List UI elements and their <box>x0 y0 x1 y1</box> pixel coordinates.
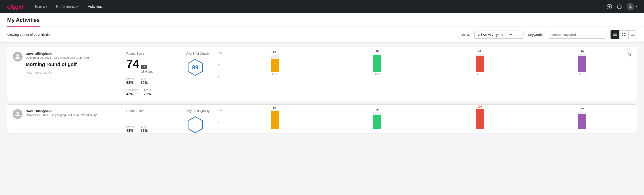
bar-value-app: 90 <box>376 50 379 53</box>
performance-label: Performance <box>56 5 77 9</box>
keywords-label: Keywords: <box>528 33 544 36</box>
svg-rect-4 <box>613 34 617 34</box>
bar-group-ott-2: 94 <box>226 106 324 129</box>
user-menu-chevron-icon: ▾ <box>636 5 637 8</box>
round-score-label: Round Score <box>126 52 176 55</box>
mini-stats-2: Up/Down 43% 1 Putt 28% <box>126 88 176 96</box>
activity-card-2: Dave Billingham October 16, 2021 - Gog M… <box>7 104 637 134</box>
list-view-button[interactable] <box>610 30 619 39</box>
quality-score: 89 <box>192 64 198 71</box>
nav-performance[interactable]: Performance ▾ <box>55 5 80 9</box>
bar-group-arg: 89 <box>431 50 529 72</box>
round-score-row: 74 +4 18 Holes <box>126 58 176 74</box>
bar-fill-ott-2 <box>271 111 279 129</box>
round-score-row-2 <box>126 116 176 121</box>
bar-fill-putt <box>578 56 586 72</box>
add-button[interactable] <box>606 4 612 10</box>
user-info-2: Dave Billingham October 16, 2021 - Gog M… <box>26 109 115 117</box>
activity-type-chevron-icon: ▾ <box>510 32 512 36</box>
edit-button[interactable] <box>626 51 633 58</box>
viewing-text: Viewing 12 out of 29 Activities <box>7 33 51 36</box>
user-info: Dave Billingham December 05, 2021 - Gog … <box>26 52 115 75</box>
card-divider-2 <box>181 52 181 96</box>
nav-activities[interactable]: Activities <box>87 5 103 9</box>
svg-rect-5 <box>613 35 617 36</box>
page-title: My Activities <box>7 17 40 26</box>
gir-value-2: 56% <box>140 129 148 133</box>
svg-rect-13 <box>630 36 635 36</box>
updown-label: Up/Down <box>126 88 138 92</box>
card-divider-3 <box>121 109 121 129</box>
user-date: December 05, 2021 - Gog Magog Golf Club … <box>26 56 115 59</box>
gir-label: GIR <box>140 77 148 80</box>
fw-hit-value: 62% <box>126 81 135 85</box>
logo: clippd <box>7 3 23 10</box>
fw-hit-stat: FW Hit 62% <box>126 77 135 85</box>
data-source: Data Source: Arccos <box>26 72 115 75</box>
grid-view-button[interactable] <box>620 30 628 39</box>
bar-container-ott-2 <box>271 110 279 129</box>
bar-value-arg: 89 <box>478 50 481 53</box>
quality-title-2: Avg Shot Quality <box>186 109 210 113</box>
nav-teams[interactable]: Teams ▾ <box>34 5 48 9</box>
bar-value-app-2: 82 <box>376 109 379 112</box>
bar-value-putt-2: 87 <box>581 108 584 111</box>
keyword-input[interactable] <box>548 31 606 38</box>
compact-view-button[interactable] <box>628 30 637 39</box>
bar-group-ott: 85 <box>226 51 324 72</box>
activity-type-select[interactable]: All Activity Types ▾ <box>474 30 524 38</box>
bar-value-ott-2: 94 <box>273 106 276 109</box>
bar-container-app <box>373 54 381 72</box>
user-avatar <box>626 3 634 10</box>
chart-y-labels: 100 50 0 <box>218 52 222 78</box>
gir-label-2: GIR <box>140 125 148 128</box>
gir-stat: GIR 50% <box>140 77 148 85</box>
quality-hexagon: 89 <box>186 58 204 76</box>
mini-stats-3: FW Hit 43% GIR 56% <box>126 125 176 133</box>
performance-chevron-icon: ▾ <box>78 5 79 8</box>
gir-stat-2: GIR 56% <box>140 125 148 133</box>
bar-container-arg <box>476 54 484 72</box>
navbar: clippd Teams ▾ Performance ▾ Activities <box>0 0 644 14</box>
quality-hexagon-2 <box>186 116 204 134</box>
teams-label: Teams <box>34 5 45 9</box>
bar-fill-app <box>373 55 381 72</box>
svg-marker-15 <box>188 117 202 133</box>
shot-quality-chart-2: 100 50 0 94 82 <box>213 109 631 134</box>
user-avatar-button[interactable]: ▾ <box>626 3 637 10</box>
bar-fill-arg-2 <box>476 109 484 129</box>
one-putt-stat: 1 Putt 28% <box>144 88 151 96</box>
view-toggle <box>610 30 637 39</box>
holes-text: 18 Holes <box>141 70 153 74</box>
updown-stat: Up/Down 43% <box>126 88 138 96</box>
score-badge: +4 <box>141 65 147 69</box>
one-putt-label: 1 Putt <box>144 88 151 92</box>
svg-rect-11 <box>630 34 635 34</box>
mini-stats: FW Hit 62% GIR 50% <box>126 77 176 85</box>
svg-rect-9 <box>624 35 626 36</box>
round-score-section: Round Score 74 +4 18 Holes FW Hit 62% GI… <box>126 52 176 96</box>
hexagon-wrapper: 89 <box>186 58 204 76</box>
bar-value-putt: 89 <box>581 50 584 53</box>
bar-container-putt <box>578 54 586 72</box>
avg-shot-quality: Avg Shot Quality 89 <box>186 52 213 76</box>
bar-fill-app-2 <box>373 115 381 129</box>
bar-label-arg: ARG <box>431 73 529 76</box>
bar-group-arg-2: 106 <box>431 105 529 129</box>
fw-hit-stat-2: FW Hit 43% <box>126 125 135 133</box>
bar-fill-arg <box>476 56 484 72</box>
card-left: Dave Billingham December 05, 2021 - Gog … <box>13 52 115 75</box>
bar-container-app-2 <box>373 112 381 129</box>
chart-y-labels-2: 100 50 0 <box>218 109 222 134</box>
bar-group-app: 90 <box>328 50 426 72</box>
bar-container-arg-2 <box>476 109 484 129</box>
fw-hit-label: FW Hit <box>126 77 135 80</box>
refresh-button[interactable] <box>617 4 622 9</box>
bar-value-ott: 85 <box>273 51 276 54</box>
round-score-section-2: Round Score FW Hit 43% GIR 56% <box>126 109 176 133</box>
bar-group-app-2: 82 <box>328 109 426 129</box>
updown-value: 43% <box>126 92 138 96</box>
nav-icons: ▾ <box>606 3 637 10</box>
activity-card: Dave Billingham December 05, 2021 - Gog … <box>7 47 637 101</box>
page-header: My Activities <box>0 14 644 27</box>
